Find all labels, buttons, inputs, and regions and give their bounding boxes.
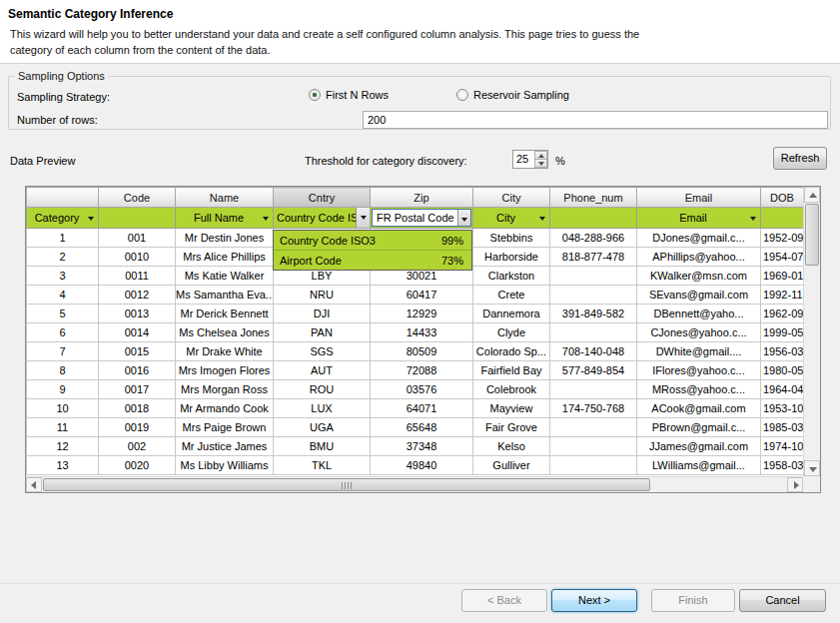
vertical-scrollbar-thumb[interactable] [805, 204, 819, 266]
scroll-right-icon [794, 481, 799, 489]
category-combo-cntry[interactable]: Country Code ISO [274, 208, 371, 229]
sampling-options-group: Sampling Options Sampling Strategy: Firs… [8, 70, 831, 130]
table-cell: 37348 [371, 437, 473, 456]
table-cell: 0010 [99, 248, 176, 267]
table-cell: DJones@gmail.c... [637, 229, 761, 248]
category-combo-email[interactable]: Email [637, 208, 761, 229]
radio-selected-icon[interactable] [309, 89, 321, 101]
table-cell: Stebbins [473, 229, 550, 248]
category-combo-city[interactable]: City [473, 208, 550, 229]
category-combo-dob[interactable] [761, 208, 804, 229]
number-of-rows-input[interactable] [363, 111, 828, 129]
sampling-strategy-label: Sampling Strategy: [17, 91, 110, 103]
table-row[interactable]: 40012Ms Samantha Eva...NRU60417CreteSEva… [27, 286, 804, 305]
table-cell: 001 [99, 229, 176, 248]
table-row[interactable]: 80016Mrs Imogen FloresAUT72088Fairfield … [27, 361, 804, 380]
col-header-email[interactable]: Email [637, 188, 761, 208]
col-header-name[interactable]: Name [176, 188, 274, 208]
next-button[interactable]: Next > [551, 589, 637, 612]
col-header-rownum[interactable] [27, 188, 99, 208]
row-number-cell: 5 [27, 305, 99, 323]
row-number-cell: 10 [27, 399, 99, 418]
col-header-phone[interactable]: Phone_num [550, 188, 637, 208]
threshold-value[interactable]: 25 [513, 151, 534, 168]
back-button[interactable]: < Back [461, 589, 547, 612]
page-description-line2: category of each column from the content… [10, 44, 271, 56]
table-cell: PAN [274, 323, 371, 342]
table-row[interactable]: 90017Mrs Morgan RossROU03576ColebrookMRo… [27, 380, 804, 399]
radio-unselected-icon[interactable] [456, 89, 468, 101]
table-row[interactable]: 110019Mrs Paige BrownUGA65648Fair GroveP… [27, 418, 804, 437]
vertical-scrollbar[interactable] [803, 187, 820, 476]
scroll-up-button[interactable] [804, 187, 820, 203]
table-cell: 048-288-966 [550, 229, 637, 248]
table-cell: 1969-01-01 [761, 267, 804, 286]
row-number-cell: 9 [27, 380, 99, 399]
table-row[interactable]: 130020Ms Libby WilliamsTKL49840GulliverL… [27, 456, 804, 475]
category-dropdown-popup: Country Code ISO3 99% Airport Code 73% [273, 230, 472, 271]
table-cell: 1999-05-28 [761, 323, 804, 342]
table-cell: 1980-05-31 [761, 361, 804, 380]
combo-arrow-button[interactable] [457, 210, 470, 226]
dropdown-option[interactable]: Airport Code 73% [274, 251, 471, 271]
table-cell: CJones@yahoo.c... [637, 323, 761, 342]
col-header-dob[interactable]: DOB [761, 188, 804, 208]
zip-category-combobox[interactable]: FR Postal Code [372, 209, 471, 227]
horizontal-scrollbar[interactable] [26, 476, 803, 492]
wizard-dialog: Semantic Category Inference This wizard … [0, 0, 840, 623]
table-cell: Mayview [473, 399, 550, 418]
table-cell: 391-849-582 [550, 305, 637, 323]
refresh-button[interactable]: Refresh [773, 147, 827, 170]
table-cell: Ms Katie Walker [176, 267, 274, 286]
category-combo-name[interactable]: Full Name [176, 208, 274, 229]
table-row[interactable]: 100018Mr Armando CookLUX64071Mayview174-… [27, 399, 804, 418]
table-cell: Mr Derick Bennett [176, 305, 274, 323]
threshold-spinner[interactable]: 25 [512, 150, 548, 169]
table-row[interactable]: 50013Mr Derick BennettDJI12929Dannemora3… [27, 305, 804, 323]
table-cell: 1954-07-02 [761, 248, 804, 267]
table-cell: JJames@gmail.com [637, 437, 761, 456]
combo-arrow-button[interactable] [356, 208, 370, 228]
page-description-line1: This wizard will help you to better unde… [10, 28, 639, 40]
category-combo-rownum[interactable]: Category [27, 208, 99, 229]
table-cell: 1952-09-15 [761, 229, 804, 248]
category-combo-zip[interactable]: FR Postal Code [371, 208, 473, 229]
table-cell: Ms Libby Williams [176, 456, 274, 475]
row-number-cell: 2 [27, 248, 99, 267]
table-cell [550, 323, 637, 342]
scroll-right-button[interactable] [787, 477, 803, 492]
col-header-city[interactable]: City [473, 188, 550, 208]
table-cell: Mrs Morgan Ross [176, 380, 274, 399]
row-number-cell: 6 [27, 323, 99, 342]
radio-reservoir-label: Reservoir Sampling [473, 89, 569, 101]
category-combo-phone[interactable] [550, 208, 637, 229]
table-cell: DJI [274, 305, 371, 323]
dropdown-option[interactable]: Country Code ISO3 99% [274, 231, 471, 251]
category-combo-code[interactable] [99, 208, 176, 229]
table-cell: 12929 [371, 305, 473, 323]
col-header-cntry[interactable]: Cntry [274, 188, 371, 208]
table-cell: SGS [274, 342, 371, 361]
table-row[interactable]: 70015Mr Drake WhiteSGS80509Colorado Sp..… [27, 342, 804, 361]
combo-arrow-icon [263, 217, 269, 221]
table-cell: 1985-03-25 [761, 418, 804, 437]
table-row[interactable]: 12002Mr Justice JamesBMU37348KelsoJJames… [27, 437, 804, 456]
radio-first-n-rows[interactable]: First N Rows [309, 89, 389, 101]
table-row[interactable]: 60014Ms Chelsea JonesPAN14433ClydeCJones… [27, 323, 804, 342]
finish-button[interactable]: Finish [651, 589, 735, 612]
spinner-down-button[interactable] [534, 159, 547, 168]
col-header-code[interactable]: Code [99, 188, 176, 208]
scroll-down-button[interactable] [804, 460, 820, 476]
radio-reservoir-sampling[interactable]: Reservoir Sampling [456, 89, 569, 101]
row-number-cell: 1 [27, 229, 99, 248]
table-cell: Crete [473, 286, 550, 305]
scroll-left-button[interactable] [26, 477, 42, 492]
combo-arrow-icon [539, 217, 545, 221]
horizontal-scrollbar-thumb[interactable] [43, 478, 650, 491]
table-cell: 72088 [371, 361, 473, 380]
threshold-label: Threshold for category discovery: [305, 155, 467, 167]
col-header-zip[interactable]: Zip [371, 188, 473, 208]
table-cell: 0014 [99, 323, 176, 342]
cancel-button[interactable]: Cancel [739, 589, 826, 612]
table-cell: 80509 [371, 342, 473, 361]
